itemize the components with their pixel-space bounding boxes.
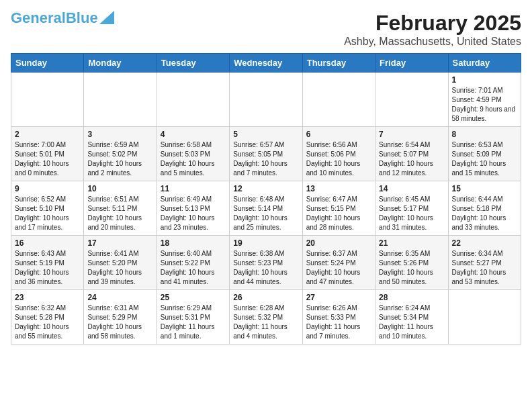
day-number: 10 [87, 184, 152, 193]
day-info: Sunrise: 6:44 AM Sunset: 5:18 PM Dayligh… [452, 195, 517, 232]
calendar-table: SundayMondayTuesdayWednesdayThursdayFrid… [11, 53, 521, 345]
page-header: GeneralBlue February 2025 Ashby, Massach… [11, 11, 521, 48]
day-info: Sunrise: 6:52 AM Sunset: 5:10 PM Dayligh… [15, 195, 80, 232]
day-info: Sunrise: 6:59 AM Sunset: 5:02 PM Dayligh… [87, 140, 152, 178]
calendar-cell: 17Sunrise: 6:41 AM Sunset: 5:20 PM Dayli… [84, 236, 157, 290]
calendar-cell: 5Sunrise: 6:57 AM Sunset: 5:05 PM Daylig… [230, 127, 302, 181]
day-number: 14 [379, 184, 444, 193]
day-info: Sunrise: 6:38 AM Sunset: 5:23 PM Dayligh… [233, 249, 298, 287]
day-number: 25 [161, 293, 226, 302]
calendar-cell: 18Sunrise: 6:40 AM Sunset: 5:22 PM Dayli… [157, 236, 229, 290]
day-number: 18 [161, 238, 226, 248]
calendar-cell [302, 73, 375, 127]
calendar-cell: 2Sunrise: 7:00 AM Sunset: 5:01 PM Daylig… [11, 127, 84, 181]
weekday-header: Saturday [448, 54, 521, 73]
calendar-week-row: 1Sunrise: 7:01 AM Sunset: 4:59 PM Daylig… [11, 73, 521, 127]
weekday-header: Friday [375, 54, 448, 73]
calendar-cell [11, 73, 84, 127]
calendar-cell: 7Sunrise: 6:54 AM Sunset: 5:07 PM Daylig… [375, 127, 448, 181]
day-number: 3 [87, 130, 152, 139]
day-number: 9 [15, 184, 80, 193]
day-number: 28 [379, 293, 444, 302]
calendar-cell: 22Sunrise: 6:34 AM Sunset: 5:27 PM Dayli… [448, 236, 521, 290]
day-info: Sunrise: 6:45 AM Sunset: 5:17 PM Dayligh… [379, 195, 444, 232]
day-info: Sunrise: 6:32 AM Sunset: 5:28 PM Dayligh… [15, 304, 80, 341]
day-number: 26 [233, 293, 298, 302]
day-info: Sunrise: 6:51 AM Sunset: 5:11 PM Dayligh… [87, 195, 152, 232]
page-subtitle: Ashby, Massachusetts, United States [344, 36, 521, 48]
logo: GeneralBlue [11, 11, 114, 26]
calendar-cell: 1Sunrise: 7:01 AM Sunset: 4:59 PM Daylig… [448, 73, 521, 127]
day-info: Sunrise: 6:29 AM Sunset: 5:31 PM Dayligh… [161, 304, 226, 341]
svg-marker-0 [99, 11, 114, 24]
day-number: 24 [87, 293, 152, 302]
day-info: Sunrise: 6:54 AM Sunset: 5:07 PM Dayligh… [379, 140, 444, 178]
weekday-header: Tuesday [157, 54, 229, 73]
logo-icon [99, 11, 114, 24]
calendar-cell: 26Sunrise: 6:28 AM Sunset: 5:32 PM Dayli… [230, 290, 302, 345]
calendar-cell: 20Sunrise: 6:37 AM Sunset: 5:24 PM Dayli… [302, 236, 375, 290]
calendar-cell: 6Sunrise: 6:56 AM Sunset: 5:06 PM Daylig… [302, 127, 375, 181]
calendar-cell: 28Sunrise: 6:24 AM Sunset: 5:34 PM Dayli… [375, 290, 448, 345]
day-info: Sunrise: 6:47 AM Sunset: 5:15 PM Dayligh… [306, 195, 371, 232]
day-number: 27 [306, 293, 371, 302]
logo-blue: Blue [66, 9, 98, 26]
day-info: Sunrise: 6:57 AM Sunset: 5:05 PM Dayligh… [233, 140, 298, 178]
day-number: 7 [379, 130, 444, 139]
day-number: 23 [15, 293, 80, 302]
day-number: 2 [15, 130, 80, 139]
day-info: Sunrise: 6:41 AM Sunset: 5:20 PM Dayligh… [87, 249, 152, 287]
day-number: 15 [452, 184, 517, 193]
calendar-cell: 24Sunrise: 6:31 AM Sunset: 5:29 PM Dayli… [84, 290, 157, 345]
calendar-week-row: 2Sunrise: 7:00 AM Sunset: 5:01 PM Daylig… [11, 127, 521, 181]
day-info: Sunrise: 6:31 AM Sunset: 5:29 PM Dayligh… [87, 304, 152, 341]
calendar-cell: 4Sunrise: 6:58 AM Sunset: 5:03 PM Daylig… [157, 127, 229, 181]
calendar-cell [230, 73, 302, 127]
calendar-cell: 13Sunrise: 6:47 AM Sunset: 5:15 PM Dayli… [302, 181, 375, 236]
calendar-cell [157, 73, 229, 127]
day-info: Sunrise: 6:37 AM Sunset: 5:24 PM Dayligh… [306, 249, 371, 287]
day-number: 20 [306, 238, 371, 248]
day-info: Sunrise: 6:35 AM Sunset: 5:26 PM Dayligh… [379, 249, 444, 287]
day-number: 22 [452, 238, 517, 248]
calendar-cell: 25Sunrise: 6:29 AM Sunset: 5:31 PM Dayli… [157, 290, 229, 345]
day-number: 6 [306, 130, 371, 139]
day-number: 16 [15, 238, 80, 248]
calendar-cell [375, 73, 448, 127]
day-number: 11 [161, 184, 226, 193]
calendar-cell: 12Sunrise: 6:48 AM Sunset: 5:14 PM Dayli… [230, 181, 302, 236]
calendar-week-row: 9Sunrise: 6:52 AM Sunset: 5:10 PM Daylig… [11, 181, 521, 236]
calendar-cell: 10Sunrise: 6:51 AM Sunset: 5:11 PM Dayli… [84, 181, 157, 236]
calendar-cell: 14Sunrise: 6:45 AM Sunset: 5:17 PM Dayli… [375, 181, 448, 236]
day-info: Sunrise: 6:28 AM Sunset: 5:32 PM Dayligh… [233, 304, 298, 341]
day-info: Sunrise: 6:24 AM Sunset: 5:34 PM Dayligh… [379, 304, 444, 341]
day-info: Sunrise: 6:53 AM Sunset: 5:09 PM Dayligh… [452, 140, 517, 178]
calendar-cell: 11Sunrise: 6:49 AM Sunset: 5:13 PM Dayli… [157, 181, 229, 236]
calendar-cell: 23Sunrise: 6:32 AM Sunset: 5:28 PM Dayli… [11, 290, 84, 345]
day-number: 21 [379, 238, 444, 248]
day-number: 19 [233, 238, 298, 248]
day-info: Sunrise: 6:34 AM Sunset: 5:27 PM Dayligh… [452, 249, 517, 287]
logo-text: GeneralBlue [11, 11, 98, 26]
calendar-cell: 19Sunrise: 6:38 AM Sunset: 5:23 PM Dayli… [230, 236, 302, 290]
weekday-header: Sunday [11, 54, 84, 73]
weekday-header: Monday [84, 54, 157, 73]
day-info: Sunrise: 6:48 AM Sunset: 5:14 PM Dayligh… [233, 195, 298, 232]
calendar-cell: 16Sunrise: 6:43 AM Sunset: 5:19 PM Dayli… [11, 236, 84, 290]
calendar-cell [448, 290, 521, 345]
calendar-cell: 21Sunrise: 6:35 AM Sunset: 5:26 PM Dayli… [375, 236, 448, 290]
calendar-cell: 8Sunrise: 6:53 AM Sunset: 5:09 PM Daylig… [448, 127, 521, 181]
day-number: 1 [452, 75, 517, 85]
weekday-header: Thursday [302, 54, 375, 73]
day-number: 5 [233, 130, 298, 139]
day-info: Sunrise: 6:49 AM Sunset: 5:13 PM Dayligh… [161, 195, 226, 232]
day-number: 4 [161, 130, 226, 139]
calendar-cell: 3Sunrise: 6:59 AM Sunset: 5:02 PM Daylig… [84, 127, 157, 181]
calendar-week-row: 23Sunrise: 6:32 AM Sunset: 5:28 PM Dayli… [11, 290, 521, 345]
day-info: Sunrise: 6:43 AM Sunset: 5:19 PM Dayligh… [15, 249, 80, 287]
logo-general: General [11, 9, 66, 26]
calendar-header-row: SundayMondayTuesdayWednesdayThursdayFrid… [11, 54, 521, 73]
calendar-cell [84, 73, 157, 127]
calendar-cell: 15Sunrise: 6:44 AM Sunset: 5:18 PM Dayli… [448, 181, 521, 236]
title-block: February 2025 Ashby, Massachusetts, Unit… [344, 11, 521, 48]
